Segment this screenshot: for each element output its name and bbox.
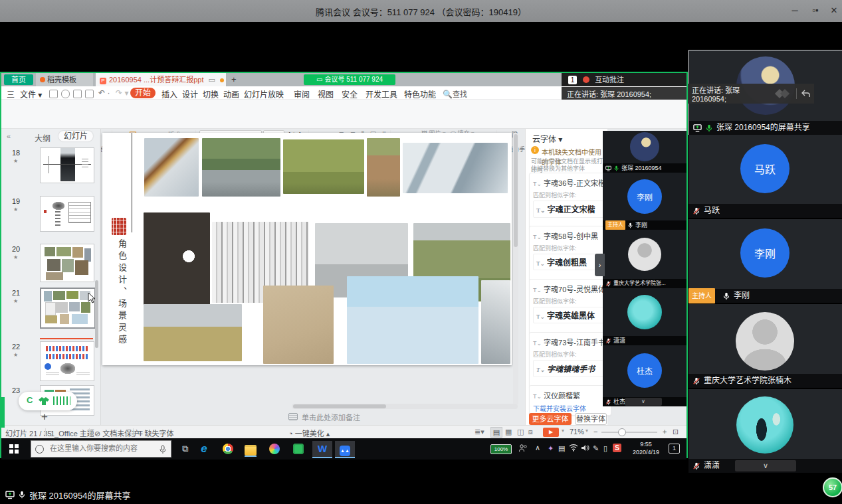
floating-minimized-bubble[interactable]: 57 bbox=[823, 477, 842, 497]
participant-tile[interactable]: 马跃 马跃 bbox=[688, 135, 842, 218]
participant-tile-host[interactable]: 李刚 主持人 李刚 bbox=[688, 219, 842, 303]
zoom-out-button[interactable]: − bbox=[593, 428, 597, 436]
menu-features[interactable]: 特色功能 bbox=[404, 88, 436, 100]
font-card[interactable]: T⌄字魂70号-灵悦黑体 匹配到相似字体: T⌄字魂英雄黑体 bbox=[529, 279, 611, 336]
member-count-badge[interactable]: 1 bbox=[568, 76, 577, 84]
task-view-icon[interactable]: ⧉ bbox=[177, 441, 194, 457]
menu-devtools[interactable]: 开发工具 bbox=[366, 88, 397, 100]
tab-outline[interactable]: 大纲 bbox=[35, 132, 51, 143]
clock[interactable]: 9:552020/4/19 bbox=[627, 441, 665, 462]
font-card-download[interactable]: T⌄汉仪颜楷繁 下载并安装云字体 bbox=[529, 385, 611, 416]
slide-thumb-19[interactable] bbox=[40, 196, 94, 232]
chevron-collapse-icon[interactable]: ∨ bbox=[625, 398, 662, 406]
inner-participant-tile[interactable]: 张琛 20160954 bbox=[603, 131, 686, 173]
photos-app-icon[interactable] bbox=[266, 441, 283, 457]
edge-icon[interactable]: e bbox=[195, 441, 213, 457]
preview-icon[interactable] bbox=[73, 90, 82, 98]
more-cloud-fonts-button[interactable]: 更多云字体 bbox=[529, 413, 572, 425]
menu-view[interactable]: 视图 bbox=[318, 88, 334, 100]
slide-thumb-20[interactable] bbox=[40, 244, 94, 282]
notes-view-icon[interactable]: ≣▾ bbox=[474, 428, 484, 436]
volume-icon[interactable] bbox=[581, 444, 589, 465]
zoom-in-button[interactable]: + bbox=[663, 428, 667, 436]
font-card[interactable]: T⌄字魂36号-正文宋楷 匹配到相似字体: T⌄字魂正文宋楷 bbox=[529, 173, 611, 230]
search-input[interactable] bbox=[49, 444, 151, 453]
tray-s-app-icon[interactable]: S bbox=[613, 444, 621, 465]
slide-thumb-18[interactable] bbox=[40, 147, 94, 183]
canvas-hscrollbar[interactable] bbox=[292, 404, 518, 409]
panel-collapse-arrow[interactable]: › bbox=[595, 254, 605, 276]
taskbar-search[interactable] bbox=[31, 440, 171, 458]
undo-icon[interactable]: ↶ · bbox=[98, 88, 110, 98]
battery-indicator[interactable]: 100% bbox=[490, 444, 512, 465]
redo-icon[interactable]: ↷ ▾ bbox=[116, 88, 128, 98]
zoom-slider-track[interactable] bbox=[601, 432, 657, 433]
tray-keyboard-icon[interactable]: ▤ bbox=[558, 444, 565, 465]
notification-icon[interactable]: 1 bbox=[669, 444, 680, 465]
wifi-icon[interactable] bbox=[569, 444, 578, 465]
wps-docer-tab[interactable]: 稻壳模板 bbox=[36, 73, 93, 86]
menu-file[interactable]: 文件 ▾ bbox=[20, 88, 42, 100]
replace-font-button[interactable]: 替换字体 bbox=[575, 413, 607, 425]
save-icon[interactable] bbox=[49, 90, 58, 98]
play-options-arrow[interactable]: ▾ bbox=[562, 428, 564, 434]
font-card[interactable]: T⌄字魂73号-江南手书 匹配到相似字体: T⌄字魂镇魂手书 bbox=[529, 332, 611, 389]
people-icon[interactable] bbox=[518, 444, 528, 465]
menu-transition[interactable]: 切换 bbox=[203, 88, 219, 100]
print-icon[interactable] bbox=[61, 90, 70, 98]
thumb-scrollbar[interactable] bbox=[95, 280, 98, 348]
tray-expand-icon[interactable]: ∧ bbox=[535, 444, 540, 465]
restore-button[interactable]: ▫▪ bbox=[807, 4, 824, 17]
participant-tile[interactable]: 潇潇 ∨ bbox=[688, 389, 842, 473]
start-button[interactable] bbox=[5, 441, 23, 457]
menu-animation[interactable]: 动画 bbox=[223, 88, 239, 100]
annotate-button[interactable]: 互动批注 bbox=[595, 76, 624, 84]
slide-canvas[interactable]: 角色设计、场景灵感 bbox=[102, 133, 512, 365]
tray-app2-icon[interactable]: ▯ bbox=[603, 444, 607, 465]
wps-taskbar-icon[interactable]: W bbox=[312, 441, 332, 458]
play-slideshow-button[interactable]: ▶ bbox=[543, 428, 559, 437]
close-button[interactable]: ✕ bbox=[825, 4, 842, 17]
tray-pen-icon[interactable]: ✎ bbox=[593, 444, 599, 465]
minimize-button[interactable]: ─ bbox=[786, 4, 803, 17]
find-icon[interactable] bbox=[85, 90, 94, 98]
menu-insert[interactable]: 插入 bbox=[161, 88, 177, 100]
missing-font-status[interactable]: T 缺失字体 bbox=[138, 428, 174, 438]
chevron-collapse-icon[interactable]: ∨ bbox=[735, 460, 796, 471]
normal-view-icon[interactable]: ▤ bbox=[490, 427, 502, 438]
wps-document-tab[interactable]: P20160954 ...计预答辩汇报ppt ▭ bbox=[96, 73, 226, 86]
download-font-link[interactable]: 下载并安装云字体 bbox=[533, 403, 607, 413]
slide-thumb-22[interactable] bbox=[40, 341, 94, 381]
tab-slides[interactable]: 幻灯片 bbox=[58, 131, 93, 141]
reply-arrow-icon[interactable] bbox=[801, 90, 810, 98]
zoom-arrow[interactable]: ▾ bbox=[585, 428, 588, 434]
participant-tile[interactable]: 重庆大学艺术学院张楠木 bbox=[688, 304, 842, 388]
meeting-taskbar-icon[interactable]: ▲▲ bbox=[335, 441, 355, 458]
wps-home-tab[interactable]: 首页 bbox=[4, 74, 33, 85]
menu-find[interactable]: 🔍查找 bbox=[443, 88, 467, 99]
share-toolbar-meeting-pill[interactable]: ▭会议号 511 077 924 bbox=[304, 74, 395, 85]
presenter-view-icon[interactable]: ⧈ bbox=[528, 428, 533, 436]
tray-app1-icon[interactable]: ✦ bbox=[548, 444, 554, 465]
chrome-icon[interactable] bbox=[219, 441, 237, 457]
canvas-vscrollbar[interactable] bbox=[513, 133, 518, 405]
fit-screen-button[interactable]: ⊡ bbox=[673, 428, 679, 436]
menu-slideshow[interactable]: 幻灯片放映 bbox=[244, 88, 284, 100]
green-app-icon[interactable] bbox=[290, 441, 307, 457]
beautify-button[interactable]: ◔ 一键美化 ▴ bbox=[288, 428, 330, 438]
explorer-icon[interactable] bbox=[242, 441, 259, 457]
inner-participant-tile[interactable]: 重庆大学艺术学院张... bbox=[603, 230, 686, 288]
menu-start[interactable]: 开始 bbox=[130, 88, 156, 98]
hamburger-icon[interactable]: 三 bbox=[7, 88, 15, 100]
menu-security[interactable]: 安全 bbox=[342, 88, 358, 100]
add-slide-button[interactable]: + bbox=[41, 410, 48, 424]
new-tab-button[interactable]: + bbox=[231, 74, 237, 84]
theme-name[interactable]: 1_Office 主题 bbox=[51, 428, 94, 438]
menu-review[interactable]: 审阅 bbox=[294, 88, 310, 100]
inner-participant-tile[interactable]: 李刚 主持人李刚 bbox=[603, 173, 686, 230]
inner-participant-tile[interactable]: 潇潇 bbox=[603, 288, 686, 345]
menu-design[interactable]: 设计 bbox=[182, 88, 198, 100]
notes-bar[interactable]: 单击此处添加备注 bbox=[288, 412, 360, 422]
reading-view-icon[interactable]: ◫ bbox=[517, 428, 524, 436]
zoom-slider-handle[interactable] bbox=[618, 428, 626, 436]
